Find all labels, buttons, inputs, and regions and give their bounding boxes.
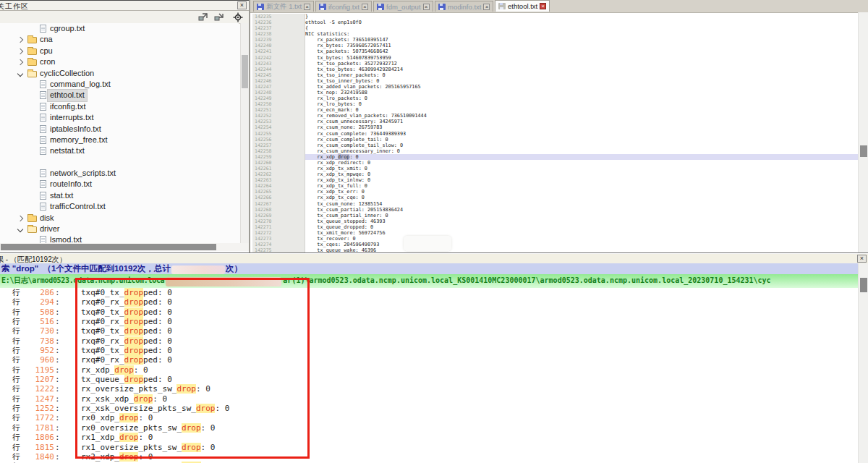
line-number: 142259: [252, 154, 305, 160]
tab-fdm-output[interactable]: fdm_output×: [373, 1, 433, 12]
tree-item-iptablesinfo-txt[interactable]: iptablesInfo.txt: [0, 124, 239, 135]
tab-ifconfig-txt[interactable]: ifconfig.txt×: [315, 1, 372, 12]
tree-item-command-log-txt[interactable]: command_log.txt: [0, 79, 239, 90]
workspace-vscroll-thumb[interactable]: [242, 55, 248, 88]
result-row[interactable]: 行516:rxq#0_rx_dropped: 0: [0, 317, 868, 326]
results-vscroll-thumb[interactable]: [860, 278, 867, 292]
chevron-right-icon[interactable]: [17, 37, 23, 43]
tab-close-icon[interactable]: ×: [423, 4, 430, 10]
tab-label: 新文件 1.txt: [266, 2, 302, 12]
chevron-down-icon[interactable]: [17, 70, 23, 76]
result-row[interactable]: 行1772:rx0_xdp_drop: 0: [0, 413, 868, 422]
result-row[interactable]: 行286:txq#0_tx_dropped: 0: [0, 288, 868, 297]
code-line: rx_csum_complete_tail_slow: 0: [305, 143, 858, 148]
tree-item-ethtool-txt[interactable]: ethtool.txt: [0, 90, 239, 101]
result-row[interactable]: 行960:rxq#0_rx_dropped: 0: [0, 355, 868, 365]
tree-item-routeinfo-txt[interactable]: routeInfo.txt: [0, 179, 239, 190]
tree-item-trafficcontrol-txt[interactable]: trafficControl.txt: [0, 201, 239, 212]
results-close-button[interactable]: ×: [857, 255, 867, 263]
tab-close-icon[interactable]: ×: [483, 4, 490, 10]
result-row[interactable]: 行1840:rx2_xdp_drop: 0: [0, 452, 868, 462]
result-row[interactable]: 行952:txq#0_tx_dropped: 0: [0, 346, 868, 355]
workspace-horizontal-scrollbar[interactable]: [0, 243, 249, 251]
result-row[interactable]: 行294:rxq#0_rx_dropped: 0: [0, 297, 868, 307]
search-summary-line[interactable]: 索 "drop" （1个文件中匹配到10192次，总计次）: [0, 263, 868, 274]
match-highlight: drop: [124, 307, 144, 317]
results-vertical-scrollbar[interactable]: [858, 263, 868, 463]
redaction-blob-editor: [404, 236, 451, 251]
result-row[interactable]: 行508:txq#0_tx_dropped: 0: [0, 307, 868, 317]
editor-code-area[interactable]: }ethtool -S enp1s0f0{NIC statistics: rx_…: [305, 14, 858, 253]
tree-item-cpu[interactable]: cpu: [0, 46, 239, 56]
tab-close-icon[interactable]: ×: [362, 4, 368, 10]
result-row[interactable]: 行1207:tx_queue_dropped: 0: [0, 375, 868, 384]
match-highlight: drop: [119, 452, 139, 462]
result-row[interactable]: 行730:txq#0_tx_dropped: 0: [0, 326, 868, 336]
tab-close-icon[interactable]: ×: [540, 3, 546, 9]
tree-item-label: command_log.txt: [50, 79, 111, 90]
tab-ethtool-txt[interactable]: ethtool.txt×: [495, 0, 550, 12]
workspace-hscroll-thumb[interactable]: [1, 244, 216, 250]
tree-item-memory-free-txt[interactable]: memory_free.txt: [0, 135, 239, 145]
result-row[interactable]: 行1781:rx0_oversize_pkts_sw_drop: 0: [0, 423, 868, 433]
workspace-title: 关工作区: [0, 1, 29, 12]
tree-item-label: iptablesInfo.txt: [50, 124, 101, 135]
result-row[interactable]: 行1806:rx1_xdp_drop: 0: [0, 433, 868, 442]
tree-item-driver[interactable]: driver: [0, 224, 239, 234]
expand-windows-icon[interactable]: [198, 12, 208, 22]
match-highlight: drop: [124, 326, 144, 336]
row-label: 行: [12, 317, 20, 326]
tree-item-cycliccollection[interactable]: cyclicCollection: [0, 68, 239, 79]
editor-vertical-scrollbar[interactable]: [858, 12, 868, 252]
result-row[interactable]: 行1252:rx_xsk_oversize_pkts_sw_drop: 0: [0, 404, 868, 413]
row-label: 行: [12, 346, 20, 355]
row-label: 行: [12, 297, 20, 307]
tree-item-cron[interactable]: cron: [0, 56, 239, 67]
code-line: tx_bytes: 514607839753959: [305, 55, 858, 61]
tab-label: ifconfig.txt: [328, 3, 359, 11]
file-icon: [40, 169, 46, 177]
tree-item-cna[interactable]: cna: [0, 34, 239, 45]
tree-item-ifconfig-txt[interactable]: ifconfig.txt: [0, 101, 239, 112]
line-number: 142258: [252, 148, 305, 154]
result-row[interactable]: 行1222:rx_oversize_pkts_sw_drop: 0: [0, 384, 868, 394]
search-results-panel: 果 - （匹配10192次） × 索 "drop" （1个文件中匹配到10192…: [0, 252, 868, 463]
chevron-right-icon[interactable]: [17, 215, 23, 221]
workspace-close-button[interactable]: ×: [237, 1, 247, 9]
tree-item-cgroup-txt[interactable]: cgroup.txt: [0, 23, 239, 34]
tree-item-stat-txt[interactable]: stat.txt: [0, 190, 239, 201]
line-number: 142252: [252, 113, 305, 119]
chevron-down-icon[interactable]: [17, 226, 23, 232]
row-label: 行: [12, 365, 20, 375]
workspace-vertical-scrollbar[interactable]: [240, 23, 249, 243]
line-number: 142264: [252, 183, 305, 189]
line-number: 142257: [252, 143, 305, 148]
result-row[interactable]: 行1195:rx_xdp_drop: 0: [0, 365, 868, 375]
folder-icon: [27, 37, 37, 43]
line-number: 142260: [252, 160, 305, 166]
tree-item-label: cyclicCollection: [40, 68, 94, 79]
tab--1-txt[interactable]: 新文件 1.txt×: [253, 1, 314, 12]
result-row[interactable]: 行1815:rx1_oversize_pkts_sw_drop: 0: [0, 443, 868, 452]
tree-item-netstat-txt[interactable]: netstat.txt: [0, 145, 239, 156]
collapse-windows-icon[interactable]: [214, 12, 224, 22]
tree-item-network-scripts-txt[interactable]: network_scripts.txt: [0, 168, 239, 179]
tree-item-disk[interactable]: disk: [0, 213, 239, 224]
row-label: 行: [12, 394, 20, 404]
tab-modinfo-txt[interactable]: modinfo.txt×: [435, 1, 493, 12]
tree-item-interrupts-txt[interactable]: interrupts.txt: [0, 112, 239, 123]
results-list: 行286:txq#0_tx_dropped: 0行294:rxq#0_rx_dr…: [0, 288, 868, 463]
chevron-right-icon[interactable]: [17, 48, 23, 54]
line-number: 142238: [252, 31, 305, 37]
row-label: 行: [12, 355, 20, 365]
locate-file-icon[interactable]: [233, 12, 243, 22]
search-file-path-line[interactable]: E:\日志\armod0523.odata.ncmp.unicom.locaar…: [0, 274, 868, 288]
result-row[interactable]: 行1247:rx_xsk_xdp_drop: 0: [0, 394, 868, 404]
editor-vscroll-thumb[interactable]: [860, 145, 867, 157]
line-number: 142237: [252, 25, 305, 31]
chevron-right-icon[interactable]: [17, 59, 23, 65]
line-number: 142269: [252, 213, 305, 218]
tab-close-icon[interactable]: ×: [304, 4, 310, 10]
result-row[interactable]: 行738:rxq#0_rx_dropped: 0: [0, 336, 868, 346]
tree-item-lsmod-txt[interactable]: lsmod.txt: [0, 234, 239, 243]
